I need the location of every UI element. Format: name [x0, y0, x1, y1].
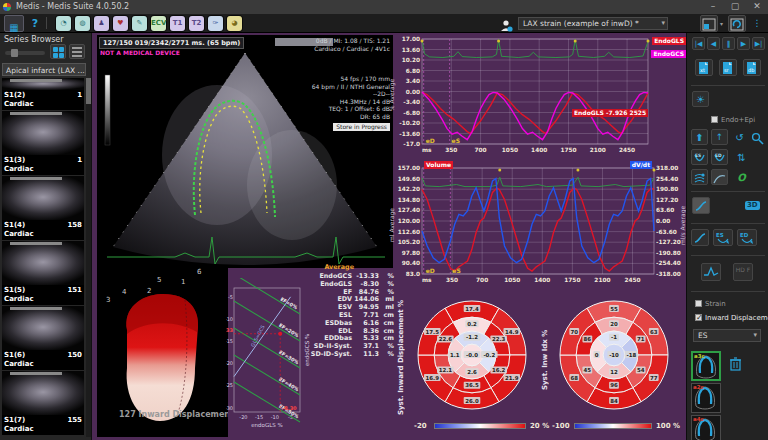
close-button[interactable]: ✕	[746, 0, 768, 14]
contour-thumbnail-a4c[interactable]: a4c	[691, 415, 721, 440]
app-icon-✑[interactable]: ✑	[208, 16, 223, 31]
strain-checkbox-row[interactable]: Strain	[695, 299, 726, 309]
series-thumbnail[interactable]: S1(6)150Cardiac	[2, 306, 84, 370]
strain-curves-chart[interactable]: 17.0013.6010.206.803.400.00-3.40-6.80-10…	[396, 33, 688, 159]
app-icon-✎[interactable]: ✎	[132, 16, 147, 31]
shift-up-button[interactable]: ⬆	[691, 129, 708, 145]
series-scrollbar[interactable]	[86, 78, 91, 437]
brightness-button[interactable]: ☀	[692, 91, 709, 107]
inward-displacement-checkbox-row[interactable]: Inward Displacement	[695, 313, 768, 323]
measurement-row: EDV144.06ml	[298, 295, 396, 303]
colorbar-max-label: 20 %	[530, 422, 549, 430]
segment-marker: 4	[122, 288, 126, 296]
help-button[interactable]: ?	[28, 15, 42, 32]
ellipse-roi-icon[interactable]: O	[733, 169, 750, 185]
strain-checkbox[interactable]	[695, 300, 702, 307]
app-icon-◔[interactable]: ◔	[56, 16, 71, 31]
series-thumbnail[interactable]: S1(7)155Cardiac	[2, 371, 84, 435]
svg-text:20: 20	[610, 321, 618, 327]
app-icon-◍[interactable]: ◍	[75, 16, 90, 31]
curve-display-button[interactable]	[701, 263, 721, 281]
app-icon-♥[interactable]: ♥	[113, 16, 128, 31]
inward-displacement-checkbox[interactable]	[695, 314, 702, 321]
study-tab[interactable]: Apical infarct (LAX ...	[2, 63, 86, 76]
scrollbar-thumb[interactable]	[86, 78, 91, 104]
layers-button[interactable]	[691, 169, 708, 185]
svg-text:2450: 2450	[619, 147, 635, 153]
series-thumbnail[interactable]: S1(5)151Cardiac	[2, 241, 84, 305]
minimize-button[interactable]: –	[702, 0, 724, 14]
sigmoid-display-button[interactable]	[692, 197, 710, 214]
app-icon-T2[interactable]: T2	[189, 16, 204, 31]
svg-text:EF=30%: EF=30%	[278, 350, 300, 366]
contour-thumbnail-a2c[interactable]: a2c	[691, 383, 721, 413]
legend-Volume[interactable]: Volume	[424, 161, 453, 169]
endo-epi-checkbox[interactable]	[711, 116, 718, 123]
export-report-button-2[interactable]: sr	[719, 59, 737, 76]
slider-knob[interactable]	[11, 49, 18, 57]
ed-contour-button[interactable]: ED	[711, 149, 728, 165]
export-report-button-3[interactable]: db	[743, 59, 761, 76]
preset-info: Cardiaco / Cardiac / 4V1c	[314, 45, 390, 53]
last-frame-button[interactable]: ▶|	[752, 37, 765, 50]
layout-button[interactable]	[700, 15, 718, 32]
kebab-menu-icon[interactable]: ⋮	[752, 15, 762, 32]
undo-button[interactable]: ↺	[731, 129, 748, 145]
magnifier-icon[interactable]	[749, 129, 766, 145]
hd-function-button[interactable]: HD F	[733, 263, 753, 281]
contour-thumbnail-a3c[interactable]: a3c	[691, 351, 721, 381]
app-icon-ECV[interactable]: ECV	[151, 16, 166, 31]
bullseye-displacement-plot[interactable]: 17.414.921.926.016.917.50.222.316.236.51…	[408, 292, 536, 440]
bullseye-inw-idx-plot[interactable]: 556377846870207154964586-1-18120-10	[550, 292, 678, 440]
nudge-up-button[interactable]: ↑	[711, 129, 728, 145]
pause-button[interactable]: ‖	[722, 37, 735, 50]
reset-layout-button[interactable]	[728, 15, 746, 32]
measurement-value: -8.30	[361, 280, 379, 288]
app-icon-T1[interactable]: T1	[170, 16, 185, 31]
maximize-button[interactable]: ▢	[724, 0, 746, 14]
es-contour-button[interactable]: ES	[691, 149, 708, 165]
ultrasound-view[interactable]: 127/150 019/2342/2771 ms. (65 bpm) NOT A…	[97, 35, 393, 268]
svg-text:45: 45	[584, 367, 592, 373]
heart-3d-view[interactable]: 3 4 2 5 1 6 127 Inward Displacement	[97, 268, 228, 437]
legend-EndoGCS[interactable]: EndoGCS	[651, 50, 686, 58]
measurements-header: Average	[324, 263, 354, 271]
list-view-button[interactable]	[69, 44, 85, 59]
thumbnail-size-slider[interactable]	[5, 51, 45, 55]
user-profile-icon[interactable]	[500, 17, 513, 30]
volume-curves-chart[interactable]: 157.00149.60142.20134.80127.40120.00112.…	[396, 159, 688, 290]
export-report-button-1[interactable]: xt	[695, 59, 713, 76]
ed-phase-button[interactable]: ED	[737, 229, 757, 246]
series-browser-toggle-button[interactable]: ▦	[4, 15, 24, 32]
app-icon-◕[interactable]: ◕	[227, 16, 242, 31]
series-thumbnail[interactable]: S1(4)158Cardiac	[2, 176, 84, 240]
layout-caret-icon[interactable]: ▾	[720, 20, 723, 27]
svg-text:0.00: 0.00	[656, 218, 670, 224]
previous-frame-button[interactable]: ◀	[707, 37, 720, 50]
svg-text:700: 700	[475, 147, 487, 153]
endo-epi-checkbox-row[interactable]: Endo+Epi	[711, 115, 755, 125]
play-button[interactable]: ▶	[737, 37, 750, 50]
svg-text:-63.60: -63.60	[656, 229, 677, 235]
app-icon-♟[interactable]: ♟	[94, 16, 109, 31]
split-axis-icon[interactable]: ⇅	[733, 149, 750, 165]
phase-select[interactable]: ES ▾	[693, 329, 761, 342]
legend-dVdt[interactable]: dV/dt	[630, 161, 652, 169]
first-frame-button[interactable]: |◀	[692, 37, 705, 50]
svg-text:63: 63	[650, 329, 658, 335]
series-thumbnail[interactable]: S1(2)1Cardiac	[2, 78, 84, 110]
grid-view-button[interactable]	[50, 44, 66, 59]
measurement-name: ESDbas	[325, 319, 352, 327]
workspace-select[interactable]: LAX strain (example of inwD) * ▾	[518, 17, 668, 30]
curve-tool-button[interactable]	[711, 169, 728, 185]
svg-text:1750: 1750	[560, 147, 576, 153]
svg-text:-0.2: -0.2	[483, 352, 495, 358]
es-phase-button[interactable]: ES	[713, 229, 733, 246]
svg-text:-10: -10	[226, 316, 233, 322]
series-thumbnail[interactable]: S1(3)1Cardiac	[2, 111, 84, 175]
delete-contour-button[interactable]	[727, 355, 743, 373]
legend-EndoGLS[interactable]: EndoGLS	[652, 37, 686, 45]
heart-3d-caption: 127 Inward Displacement	[119, 410, 228, 419]
3d-mode-badge[interactable]: 3D	[745, 201, 760, 210]
sigmoid-edit-button[interactable]	[691, 229, 709, 246]
